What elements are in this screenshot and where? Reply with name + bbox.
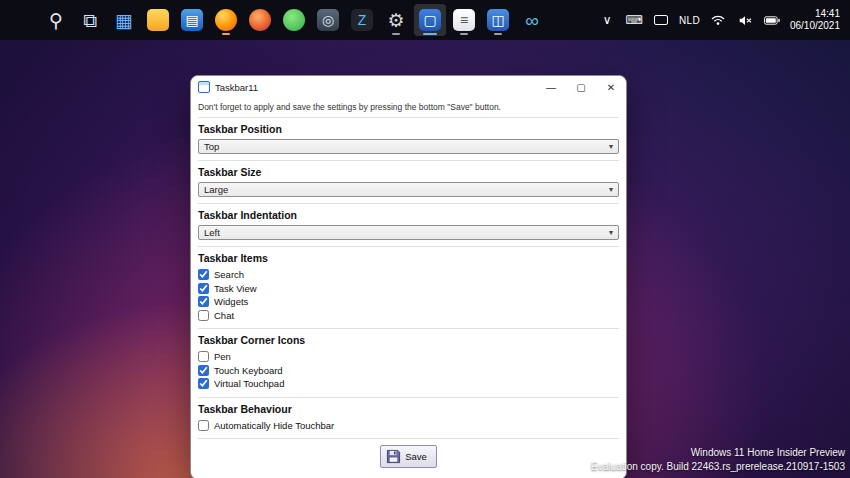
widgets-icon-glyph: ▦	[113, 9, 135, 31]
task-view-checkbox-label[interactable]: Task View	[214, 283, 257, 294]
auto-hide-checkbox[interactable]	[198, 420, 209, 431]
infinity-app-icon[interactable]: ∞	[516, 4, 548, 36]
clock-time: 14:41	[790, 8, 840, 21]
window-titlebar[interactable]: Taskbar11 — ▢ ✕	[191, 76, 626, 98]
pen-checkbox-label[interactable]: Pen	[214, 351, 231, 362]
hint-text: Don't forget to apply and save the setti…	[198, 98, 619, 118]
clock-date: 06/10/2021	[790, 20, 840, 33]
task-view-checkbox[interactable]	[198, 283, 209, 294]
search-checkbox-label[interactable]: Search	[214, 269, 244, 280]
watermark-line2: Evaluation copy. Build 22463.rs_prerelea…	[591, 460, 845, 474]
start-button[interactable]	[6, 4, 38, 36]
touch-keyboard-icon[interactable]: ⌨	[625, 7, 643, 33]
window-title: Taskbar11	[215, 82, 258, 93]
save-button-label: Save	[405, 451, 427, 462]
checkbox-row-pen: Pen	[198, 350, 619, 364]
widgets-checkbox-label[interactable]: Widgets	[214, 296, 248, 307]
section-taskbar-corner-icons: Taskbar Corner Icons Pen Touch Keyboard …	[198, 329, 619, 398]
file-explorer-icon-glyph	[147, 9, 169, 31]
pen-checkbox[interactable]	[198, 351, 209, 362]
insider-watermark: Windows 11 Home Insider Preview Evaluati…	[591, 446, 845, 473]
store-icon[interactable]: ▤	[176, 4, 208, 36]
section-taskbar-items: Taskbar Items Search Task View Widgets C…	[198, 247, 619, 329]
taskbar-size-value: Large	[204, 184, 228, 195]
notes-app-icon-glyph: ≡	[453, 9, 475, 31]
checkbox-row-virtual-touchpad: Virtual Touchpad	[198, 377, 619, 391]
taskbar-position-label: Taskbar Position	[198, 123, 619, 135]
running-indicator	[423, 33, 437, 36]
firefox-icon[interactable]	[210, 4, 242, 36]
file-explorer-icon[interactable]	[142, 4, 174, 36]
taskbar-behaviour-label: Taskbar Behaviour	[198, 403, 619, 415]
taskbar-position-select[interactable]: Top ▾	[198, 139, 619, 154]
chat-checkbox[interactable]	[198, 310, 209, 321]
taskbar-indentation-value: Left	[204, 227, 220, 238]
maximize-button[interactable]: ▢	[566, 76, 596, 98]
taskbar-indentation-label: Taskbar Indentation	[198, 209, 619, 221]
running-indicator	[460, 33, 468, 36]
running-indicator	[392, 33, 400, 36]
auto-hide-checkbox-label[interactable]: Automatically Hide Touchbar	[214, 420, 334, 431]
checkbox-row-widgets: Widgets	[198, 295, 619, 309]
watermark-line1: Windows 11 Home Insider Preview	[591, 446, 845, 460]
hidden-icons-chevron[interactable]: ∨	[598, 7, 616, 33]
volume-muted-icon[interactable]	[736, 7, 754, 33]
window-body: Don't forget to apply and save the setti…	[191, 98, 626, 478]
blue-app-icon-glyph: ◫	[487, 9, 509, 31]
z-app-icon[interactable]: Z	[346, 4, 378, 36]
blue-app-icon[interactable]: ◫	[482, 4, 514, 36]
widgets-icon[interactable]: ▦	[108, 4, 140, 36]
notes-app-icon[interactable]: ≡	[448, 4, 480, 36]
virtual-touchpad-checkbox[interactable]	[198, 378, 209, 389]
touch-keyboard-checkbox[interactable]	[198, 365, 209, 376]
search-checkbox[interactable]	[198, 269, 209, 280]
taskbar-position-value: Top	[204, 141, 219, 152]
battery-icon[interactable]	[763, 7, 781, 33]
touchpad-icon[interactable]	[652, 7, 670, 33]
camera-app-icon[interactable]: ◎	[312, 4, 344, 36]
firefox-icon-glyph	[215, 9, 237, 31]
language-indicator[interactable]: NLD	[679, 7, 700, 33]
camera-app-icon-glyph: ◎	[317, 9, 339, 31]
checkbox-row-task-view: Task View	[198, 282, 619, 296]
window-icon	[198, 81, 210, 93]
clock[interactable]: 14:41 06/10/2021	[790, 8, 840, 33]
store-icon-glyph: ▤	[181, 9, 203, 31]
green-app-icon-glyph	[283, 9, 305, 31]
green-app-icon[interactable]	[278, 4, 310, 36]
widgets-checkbox[interactable]	[198, 296, 209, 307]
close-button[interactable]: ✕	[596, 76, 626, 98]
z-app-icon-glyph: Z	[351, 9, 373, 31]
checkbox-row-chat: Chat	[198, 309, 619, 323]
taskbar-items-label: Taskbar Items	[198, 252, 619, 264]
task-view-icon[interactable]: ⧉	[74, 4, 106, 36]
search-icon[interactable]: ⚲	[40, 4, 72, 36]
floppy-disk-icon	[386, 449, 401, 464]
taskbar11-window: Taskbar11 — ▢ ✕ Don't forget to apply an…	[190, 75, 627, 478]
settings-icon[interactable]: ⚙	[380, 4, 412, 36]
taskbar11-app-icon[interactable]: ▢	[414, 4, 446, 36]
running-indicator	[222, 33, 230, 36]
save-button[interactable]: Save	[380, 445, 437, 468]
taskbar-size-select[interactable]: Large ▾	[198, 182, 619, 197]
start-button-glyph	[11, 9, 33, 31]
chevron-down-icon: ▾	[609, 185, 613, 194]
virtual-touchpad-checkbox-label[interactable]: Virtual Touchpad	[214, 378, 284, 389]
search-icon-glyph: ⚲	[45, 9, 67, 31]
touchpad-glyph	[654, 15, 668, 25]
taskbar-app-icons: ⚲⧉▦▤◎Z⚙▢≡◫∞	[6, 4, 548, 36]
minimize-button[interactable]: —	[536, 76, 566, 98]
chat-checkbox-label[interactable]: Chat	[214, 310, 234, 321]
browser-beta-icon-glyph	[249, 9, 271, 31]
task-view-icon-glyph: ⧉	[79, 9, 101, 31]
section-taskbar-behaviour: Taskbar Behaviour Automatically Hide Tou…	[198, 398, 619, 440]
checkbox-row-auto-hide: Automatically Hide Touchbar	[198, 419, 619, 433]
checkbox-row-search: Search	[198, 268, 619, 282]
taskbar-indentation-select[interactable]: Left ▾	[198, 225, 619, 240]
touch-keyboard-checkbox-label[interactable]: Touch Keyboard	[214, 365, 283, 376]
running-indicator	[494, 33, 502, 36]
wifi-icon[interactable]	[709, 7, 727, 33]
browser-beta-icon[interactable]	[244, 4, 276, 36]
taskbar11-app-icon-glyph: ▢	[419, 9, 441, 31]
settings-icon-glyph: ⚙	[385, 9, 407, 31]
